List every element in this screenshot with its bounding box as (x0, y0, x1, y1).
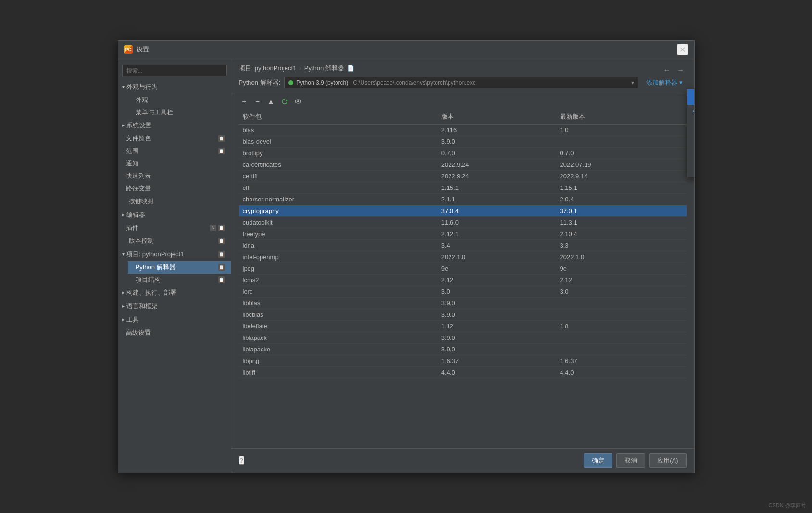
table-row[interactable]: lcms22.122.12 (239, 274, 687, 286)
sidebar-item-keymap-section[interactable]: 按键映射 (118, 195, 231, 208)
cancel-button[interactable]: 取消 (616, 453, 645, 468)
cell-pkg-name: certifi (239, 170, 437, 182)
table-row[interactable]: certifi2022.9.242022.9.14 (239, 170, 687, 182)
table-row[interactable]: cudatoolkit11.6.011.3.1 (239, 216, 687, 228)
sidebar-item-notifications[interactable]: 通知 (118, 157, 231, 170)
dropdown-item-wsl[interactable]: W WSL... (687, 134, 694, 148)
dialog-body: ▾ 外观与行为 外观 菜单与工具栏 ▸ 系统设置 文件颜色 📋 (118, 59, 694, 473)
apply-button[interactable]: 应用(A) (649, 453, 686, 468)
table-row[interactable]: brotlipy0.7.00.7.0 (239, 147, 687, 159)
close-button[interactable]: ✕ (677, 44, 688, 55)
sidebar-item-label: 语言和框架 (126, 302, 158, 311)
show-button[interactable] (293, 96, 303, 107)
dropdown-item-docker-compose[interactable]: 🐳 Docker Compose... (687, 163, 694, 177)
cell-pkg-version: 3.9.0 (437, 343, 556, 355)
table-row[interactable]: intel-openmp2022.1.02022.1.0 (239, 251, 687, 263)
cell-pkg-version: 3.9.0 (437, 332, 556, 343)
sidebar-item-menus[interactable]: 菜单与工具栏 (128, 106, 231, 119)
table-row[interactable]: liblapacke3.9.0 (239, 343, 687, 355)
sidebar-item-appearance[interactable]: 外观 (128, 94, 231, 106)
package-tbody: blas2.1161.0blas-devel3.9.0brotlipy0.7.0… (239, 124, 687, 378)
sidebar-item-label: 快速列表 (126, 172, 151, 180)
table-row[interactable]: libtiff4.4.04.4.0 (239, 366, 687, 378)
sidebar-item-scope[interactable]: 范围 📋 (118, 145, 231, 157)
table-row[interactable]: ca-certificates2022.9.242022.07.19 (239, 159, 687, 170)
table-row[interactable]: libdeflate1.121.8 (239, 320, 687, 332)
search-input[interactable] (122, 65, 227, 76)
table-row[interactable]: charset-normalizer2.1.12.0.4 (239, 193, 687, 205)
dropdown-arrow-icon: ▾ (631, 79, 634, 86)
sidebar-item-build-section[interactable]: ▸ 构建、执行、部署 (118, 286, 231, 300)
sidebar-item-quicklist[interactable]: 快速列表 (118, 170, 231, 182)
vagrant-icon: V (694, 123, 694, 130)
table-row[interactable]: libblas3.9.0 (239, 297, 687, 309)
sidebar-item-pathvar[interactable]: 路径变量 (118, 182, 231, 195)
cell-pkg-latest (556, 332, 687, 343)
add-interpreter-arrow-icon: ▾ (679, 79, 683, 86)
title-bar: PC 设置 ✕ (118, 41, 694, 59)
breadcrumb-page: Python 解释器 (304, 64, 344, 73)
reload-button[interactable] (279, 96, 290, 107)
cell-pkg-name: idna (239, 239, 437, 251)
interpreter-dropdown[interactable]: Python 3.9 (pytorch) C:\Users\peace\.con… (284, 77, 638, 88)
table-row[interactable]: blas-devel3.9.0 (239, 136, 687, 147)
add-interpreter-button[interactable]: 添加解释器 ▾ (642, 76, 687, 89)
sidebar-item-python-interpreter[interactable]: Python 解释器 📋 (128, 261, 231, 274)
table-row[interactable]: freetype2.12.12.10.4 (239, 228, 687, 239)
table-row[interactable]: idna3.43.3 (239, 239, 687, 251)
cell-pkg-version: 2022.9.24 (437, 170, 556, 182)
dropdown-item-add-local[interactable]: 🏠 添加本地解释器... (687, 89, 694, 105)
main-header: 项目: pythonProject1 › Python 解释器 📄 ← → Py… (231, 59, 694, 93)
sidebar-item-lang-section[interactable]: ▸ 语言和框架 (118, 300, 231, 313)
up-button[interactable]: ▲ (266, 96, 276, 107)
sidebar-item-label: 工具 (126, 315, 139, 324)
table-row[interactable]: blas2.1161.0 (239, 124, 687, 136)
help-button[interactable]: ? (239, 456, 244, 465)
sidebar-item-file-colors[interactable]: 文件颜色 📋 (118, 132, 231, 145)
interpreter-path: C:\Users\peace\.conda\envs\pytorch\pytho… (353, 79, 475, 86)
sidebar-item-advanced[interactable]: 高级设置 (118, 326, 231, 339)
file-icon: 📄 (347, 65, 354, 72)
sidebar-item-system-section[interactable]: ▸ 系统设置 (118, 119, 231, 132)
badge-icon: 📋 (218, 148, 225, 154)
table-row[interactable]: cffi1.15.11.15.1 (239, 182, 687, 193)
interpreter-name: Python 3.9 (pytorch) (296, 79, 348, 86)
forward-button[interactable]: → (675, 64, 687, 76)
sidebar-item-label: 版本控制 (122, 237, 154, 245)
dropdown-item-docker[interactable]: 🐳 Docker... (687, 148, 694, 163)
breadcrumb: 项目: pythonProject1 › Python 解释器 📄 (239, 64, 354, 73)
cell-pkg-version: 1.12 (437, 320, 556, 332)
table-row[interactable]: jpeg9e9e (239, 263, 687, 274)
add-package-button[interactable]: + (239, 96, 250, 107)
dropdown-item-vagrant[interactable]: V Vagrant... (687, 119, 694, 134)
back-button[interactable]: ← (662, 64, 673, 76)
table-row[interactable]: lerc3.03.0 (239, 286, 687, 297)
ok-button[interactable]: 确定 (584, 453, 612, 468)
table-row[interactable]: cryptography37.0.437.0.1 (239, 205, 687, 216)
table-row[interactable]: libcblas3.9.0 (239, 309, 687, 320)
sidebar-item-appearance-section[interactable]: ▾ 外观与行为 (118, 80, 231, 94)
cell-pkg-latest: 37.0.1 (556, 205, 687, 216)
sidebar-item-tools-section[interactable]: ▸ 工具 (118, 313, 231, 326)
sidebar-item-plugins[interactable]: 插件 A 📋 (118, 222, 231, 234)
sidebar-item-project-section[interactable]: ▾ 项目: pythonProject1 📋 (118, 248, 231, 261)
cell-pkg-name: lerc (239, 286, 437, 297)
remove-package-button[interactable]: − (252, 96, 263, 107)
table-row[interactable]: liblapack3.9.0 (239, 332, 687, 343)
expand-arrow: ▾ (122, 251, 125, 257)
cell-pkg-version: 3.0 (437, 286, 556, 297)
cell-pkg-latest: 2.10.4 (556, 228, 687, 239)
cell-pkg-latest: 2.0.4 (556, 193, 687, 205)
interpreter-status-dot (288, 80, 293, 85)
col-header-latest: 最新版本 (556, 110, 687, 125)
sidebar-item-editor-section[interactable]: ▸ 编辑器 (118, 208, 231, 222)
dropdown-item-ssh[interactable]: SSH SSH... (687, 105, 694, 119)
table-row[interactable]: libpng1.6.371.6.37 (239, 355, 687, 366)
badge: 📋 (218, 148, 225, 154)
sidebar-sub-project: Python 解释器 📋 项目结构 📋 (118, 261, 231, 286)
breadcrumb-nav: ← → (662, 64, 687, 76)
sidebar-item-vcs-section[interactable]: 版本控制 📋 (118, 234, 231, 248)
sidebar-item-project-structure[interactable]: 项目结构 📋 (128, 274, 231, 286)
cell-pkg-name: ca-certificates (239, 159, 437, 170)
cell-pkg-name: libpng (239, 355, 437, 366)
